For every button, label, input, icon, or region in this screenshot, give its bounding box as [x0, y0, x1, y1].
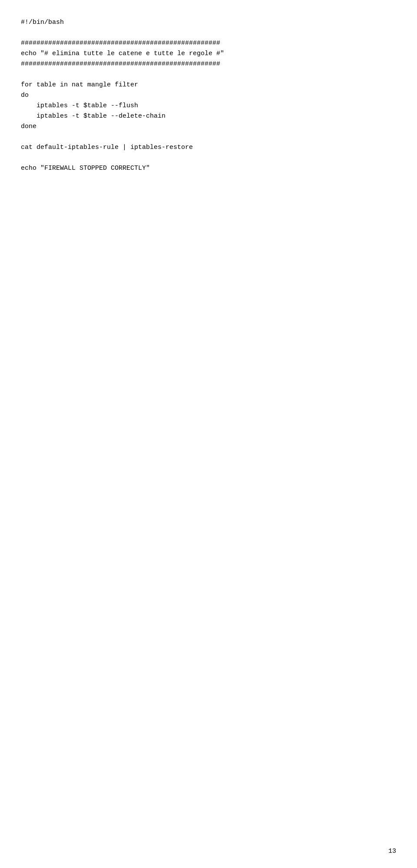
code-block: #!/bin/bash ############################… [0, 0, 417, 191]
code-line-11: done [21, 123, 36, 130]
code-line-1: #!/bin/bash [21, 19, 64, 26]
code-line-5: ########################################… [21, 60, 220, 68]
code-line-3: ########################################… [21, 40, 220, 47]
code-line-7: for table in nat mangle filter [21, 81, 138, 89]
code-line-10: iptables -t $table --delete-chain [21, 112, 165, 120]
code-line-15: echo "FIREWALL STOPPED CORRECTLY" [21, 165, 150, 172]
code-line-13: cat default-iptables-rule | iptables-res… [21, 144, 193, 151]
page-number: 13 [388, 848, 396, 855]
code-line-8: do [21, 92, 29, 99]
code-line-9: iptables -t $table --flush [21, 102, 138, 109]
code-line-4: echo "# elimina tutte le catene e tutte … [21, 50, 224, 57]
